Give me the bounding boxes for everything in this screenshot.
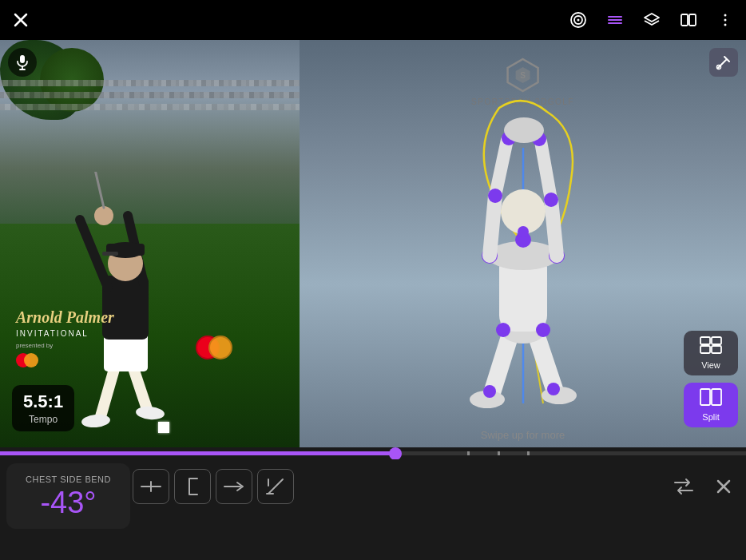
event-logo: Arnold Palmer INVITATIONAL presented by [16,306,114,367]
svg-point-57 [518,226,529,237]
toolbar-right [669,472,738,501]
svg-point-21 [94,206,113,225]
svg-point-12 [724,24,727,26]
svg-point-54 [504,117,544,143]
svg-rect-61 [712,346,721,353]
scrubber-track[interactable] [0,451,746,455]
svg-point-42 [536,323,550,337]
svg-line-34 [535,332,555,391]
tempo-ratio: 5.5:1 [23,391,63,412]
svg-text:S: S [520,71,526,80]
svg-line-49 [541,141,551,200]
topbar-left [10,9,32,31]
svg-line-22 [92,172,104,208]
scrubber-fill [0,451,395,455]
svg-line-46 [490,196,495,256]
golf-ball [158,422,169,433]
lines-icon[interactable] [604,9,626,31]
svg-point-10 [724,14,727,17]
svg-rect-26 [102,252,118,256]
tool-horizontal-bar[interactable] [133,469,169,504]
svg-line-13 [100,363,116,419]
toolbar-close-button[interactable] [709,472,738,501]
close-icon[interactable] [10,9,32,31]
svg-rect-60 [700,346,710,353]
golfer-figure [56,172,200,427]
video-background: Arnold Palmer INVITATIONAL presented by … [0,40,300,447]
layers-icon[interactable] [641,9,663,31]
scrubber-area[interactable] [0,447,746,459]
svg-line-74 [268,479,283,494]
viz-panel: S SPORTSBOX 3DGOLF [300,40,746,447]
golfer-3d-figure [419,84,627,435]
viz-settings-button[interactable] [709,48,738,77]
svg-rect-9 [689,14,696,26]
split-label: Split [702,412,719,422]
scrubber-thumb[interactable] [389,447,402,460]
split-screen-icon[interactable] [677,9,700,31]
view-label: View [701,360,720,370]
top-bar [0,0,746,40]
frame-marker [527,451,530,455]
svg-rect-62 [700,389,710,405]
svg-line-48 [551,200,557,256]
more-options-icon[interactable] [714,9,736,31]
mic-button[interactable] [8,48,37,77]
frame-marker [498,451,500,455]
video-panel: Arnold Palmer INVITATIONAL presented by … [0,40,300,447]
svg-rect-59 [712,337,721,344]
tool-arrow[interactable] [216,469,252,504]
svg-rect-63 [712,389,721,405]
metric-card: CHEST SIDE BEND -43° [6,463,130,529]
metric-name: CHEST SIDE BEND [21,475,116,484]
svg-rect-8 [681,14,688,26]
svg-point-16 [135,405,165,420]
mastercard-logo-main [196,336,232,359]
swap-button[interactable] [669,472,698,501]
svg-point-4 [577,19,580,22]
svg-line-33 [491,332,511,395]
event-name: Arnold Palmer [16,306,114,328]
metric-value: -43° [21,487,116,518]
tool-diagonal[interactable] [257,469,294,504]
svg-point-11 [724,19,727,22]
svg-point-38 [547,383,560,395]
svg-rect-58 [700,337,710,344]
view-button[interactable]: View [684,331,738,375]
view-icon [700,336,722,359]
svg-point-37 [483,385,496,398]
tempo-badge: 5.5:1 Tempo [12,385,74,431]
swipe-up-hint: Swipe up for more [481,429,565,441]
split-button[interactable]: Split [684,383,738,427]
tool-bracket[interactable] [174,469,211,504]
topbar-right [567,9,736,31]
tempo-label: Tempo [23,414,63,425]
split-icon [700,388,722,411]
svg-rect-27 [20,55,25,63]
crowd-area [0,64,300,160]
event-subtitle: INVITATIONAL [16,328,114,340]
svg-line-47 [495,140,507,196]
frame-marker [467,451,470,455]
svg-point-51 [544,193,558,207]
target-icon[interactable] [567,9,589,31]
svg-point-50 [488,189,502,203]
svg-point-41 [496,323,510,337]
